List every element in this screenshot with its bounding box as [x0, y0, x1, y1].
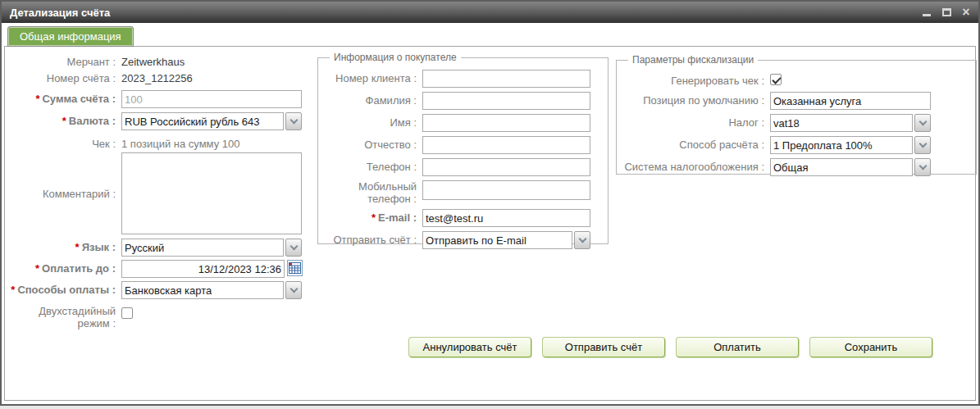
- pay-before-label: *Оплатить до :: [7, 260, 121, 278]
- tax-select[interactable]: vat18: [770, 114, 931, 132]
- middle-name-row: Отчество :: [323, 136, 603, 154]
- receipt-value: 1 позиций на сумму 100: [121, 135, 239, 150]
- tab-strip: Общая информация: [2, 23, 978, 46]
- default-position-row: Позиция по умолчанию :: [622, 92, 971, 110]
- send-invoice-select[interactable]: Отправить по E-mail: [422, 231, 590, 249]
- client-number-input[interactable]: [422, 70, 590, 88]
- mobile-phone-row: Мобильный телефон :: [323, 180, 603, 205]
- pay-before-date-input[interactable]: [121, 260, 285, 278]
- default-position-input[interactable]: [770, 92, 931, 110]
- invoice-section: Мерчант : Zeitwerkhaus Номер счёта : 202…: [7, 53, 312, 334]
- tax-system-select[interactable]: Общая: [770, 158, 931, 176]
- required-marker: *: [11, 284, 15, 296]
- pay-methods-dropdown-trigger[interactable]: [285, 281, 302, 299]
- invoice-detail-dialog: Детализация счёта × Общая информация Мер…: [0, 0, 980, 406]
- window-controls: ×: [921, 7, 972, 18]
- comment-textarea[interactable]: [121, 152, 302, 234]
- send-invoice-selected-value: Отправить по E-mail: [422, 231, 572, 249]
- amount-row: *Сумма счёта :: [7, 90, 312, 108]
- pay-methods-selected-value: Банковская карта: [121, 281, 284, 299]
- send-invoice-dropdown-trigger[interactable]: [574, 231, 590, 249]
- chevron-down-icon: [578, 234, 586, 243]
- tax-label: Налог :: [622, 114, 770, 132]
- required-marker: *: [62, 115, 66, 127]
- language-label: *Язык :: [7, 239, 121, 257]
- pay-before-field: [121, 260, 303, 278]
- two-stage-checkbox[interactable]: [121, 307, 133, 319]
- email-label: *E-mail :: [323, 209, 422, 227]
- last-name-row: Фамилия :: [323, 92, 603, 110]
- mobile-phone-input[interactable]: [422, 180, 590, 200]
- required-marker: *: [35, 262, 39, 275]
- calc-method-dropdown-trigger[interactable]: [914, 136, 931, 154]
- generate-check-checkbox[interactable]: [770, 74, 782, 85]
- calc-method-selected-value: 1 Предоплата 100%: [770, 136, 913, 154]
- general-info-panel: Мерчант : Zeitwerkhaus Номер счёта : 202…: [4, 46, 976, 401]
- last-name-label: Фамилия :: [323, 92, 422, 110]
- window-title: Детализация счёта: [10, 7, 921, 19]
- calc-method-label: Способ расчёта :: [622, 136, 770, 154]
- tax-row: Налог : vat18: [622, 114, 971, 132]
- email-input[interactable]: [422, 209, 590, 227]
- last-name-input[interactable]: [422, 92, 590, 110]
- first-name-row: Имя :: [323, 114, 603, 132]
- fiscal-params-legend: Параметры фискализации: [628, 54, 758, 66]
- currency-selected-value: RUB Российский рубль 643: [121, 112, 284, 130]
- middle-name-input[interactable]: [422, 136, 590, 154]
- calendar-icon: [289, 262, 301, 274]
- generate-check-label: Генерировать чек :: [622, 72, 770, 87]
- close-button[interactable]: ×: [960, 7, 972, 18]
- minimize-icon: [923, 14, 931, 16]
- tax-dropdown-trigger[interactable]: [914, 114, 931, 132]
- language-row: *Язык : Русский: [7, 239, 312, 257]
- tax-system-dropdown-trigger[interactable]: [914, 158, 931, 176]
- title-bar: Детализация счёта ×: [2, 2, 978, 23]
- send-invoice-label: Отправить счёт :: [323, 231, 422, 249]
- merchant-value: Zeitwerkhaus: [121, 53, 185, 68]
- pay-methods-select[interactable]: Банковская карта: [121, 281, 302, 299]
- cancel-invoice-button[interactable]: Аннулировать счёт: [408, 337, 531, 357]
- buyer-info-fieldset: Информация о покупателе Номер клиента : …: [317, 52, 609, 244]
- phone-label: Телефон :: [323, 158, 422, 176]
- save-button[interactable]: Сохранить: [809, 337, 932, 357]
- language-select[interactable]: Русский: [121, 239, 302, 257]
- tax-system-selected-value: Общая: [770, 158, 913, 176]
- merchant-label: Мерчант :: [7, 53, 121, 68]
- first-name-input[interactable]: [422, 114, 590, 132]
- chevron-down-icon: [289, 284, 298, 293]
- calendar-button[interactable]: [287, 260, 303, 276]
- calc-method-row: Способ расчёта : 1 Предоплата 100%: [622, 136, 971, 154]
- calc-method-select[interactable]: 1 Предоплата 100%: [770, 136, 931, 154]
- currency-dropdown-trigger[interactable]: [285, 112, 302, 130]
- receipt-label: Чек :: [7, 135, 121, 150]
- pay-button[interactable]: Оплатить: [676, 337, 799, 357]
- middle-name-label: Отчество :: [323, 136, 422, 154]
- chevron-down-icon: [289, 242, 298, 250]
- buyer-info-legend: Информация о покупателе: [330, 52, 461, 63]
- tax-system-label: Система налогообложения :: [622, 158, 770, 176]
- pay-methods-row: *Способы оплаты : Банковская карта: [7, 281, 312, 299]
- merchant-row: Мерчант : Zeitwerkhaus: [7, 53, 312, 68]
- currency-select[interactable]: RUB Российский рубль 643: [121, 112, 302, 130]
- pay-methods-label: *Способы оплаты :: [7, 281, 121, 299]
- phone-input[interactable]: [422, 158, 590, 176]
- client-number-label: Номер клиента :: [323, 70, 422, 88]
- fiscal-params-fieldset: Параметры фискализации Генерировать чек …: [616, 54, 977, 175]
- language-selected-value: Русский: [121, 239, 284, 257]
- tab-general-info[interactable]: Общая информация: [7, 26, 134, 47]
- currency-row: *Валюта : RUB Российский рубль 643: [7, 112, 312, 130]
- amount-input[interactable]: [121, 90, 302, 108]
- send-invoice-button[interactable]: Отправить счёт: [542, 337, 665, 357]
- invoice-number-value: 2023_1212256: [121, 70, 193, 84]
- language-dropdown-trigger[interactable]: [285, 239, 302, 257]
- amount-label: *Сумма счёта :: [7, 90, 121, 108]
- mobile-phone-label: Мобильный телефон :: [323, 180, 422, 205]
- required-marker: *: [75, 241, 80, 253]
- invoice-number-row: Номер счёта : 2023_1212256: [7, 70, 312, 84]
- maximize-button[interactable]: [941, 7, 952, 18]
- email-row: *E-mail :: [323, 209, 603, 227]
- minimize-button[interactable]: [921, 7, 932, 18]
- invoice-number-label: Номер счёта :: [7, 70, 121, 84]
- comment-row: Комментарий :: [7, 152, 312, 234]
- chevron-down-icon: [918, 161, 927, 170]
